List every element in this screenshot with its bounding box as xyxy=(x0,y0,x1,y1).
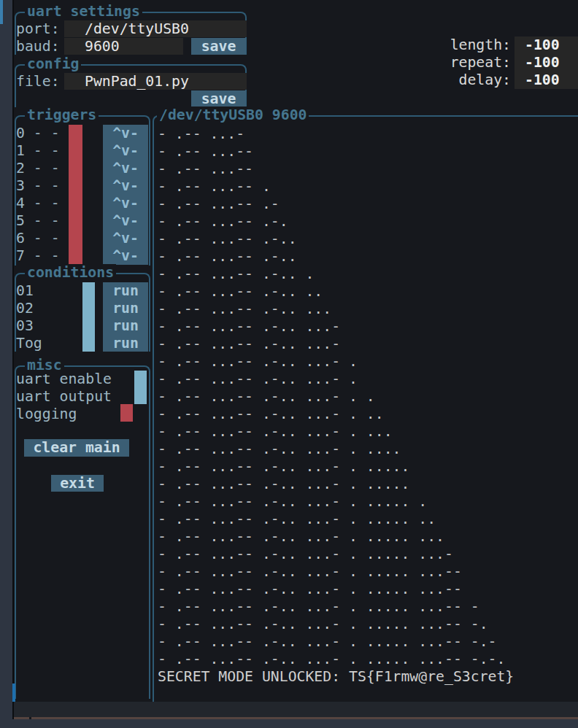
terminal-output-line: - .-- ...-- .-.. ...- . .. xyxy=(158,406,505,423)
terminal-output-line: - .-- ...-- .-.. xyxy=(158,231,505,248)
config-save-button[interactable]: save xyxy=(191,90,246,107)
terminal-output-line: - .-- ...-- .-.. ...- xyxy=(158,318,505,336)
trigger-row-label: 5 - - xyxy=(16,212,60,230)
file-field[interactable]: PwnPad_01.py xyxy=(64,73,247,90)
trigger-updown-button[interactable]: ^v- xyxy=(103,177,148,195)
terminal-output-line: - .-- ...-- xyxy=(158,160,505,178)
uart-enable-output-toggle[interactable] xyxy=(134,371,147,404)
file-label: file: xyxy=(16,73,60,90)
condition-run-button[interactable]: run xyxy=(103,335,148,352)
terminal-output-line: - .-- ...-- .-.. ...- . . xyxy=(158,388,505,406)
trigger-updown-button[interactable]: ^v- xyxy=(103,142,148,160)
delay-field[interactable]: -100 xyxy=(515,71,578,89)
app-window: uart settings port: /dev/ttyUSB0 baud: 9… xyxy=(0,0,578,728)
terminal-output-line: - .-- ...-- .-.. ...- . ..... ...-- xyxy=(158,581,505,598)
trigger-row-labels: 0 - -1 - -2 - -3 - -4 - -5 - -6 - -7 - - xyxy=(16,125,60,265)
gutter-divider xyxy=(12,0,14,728)
length-field[interactable]: -100 xyxy=(515,36,578,54)
terminal-output-line: - .-- ...-- xyxy=(158,143,505,160)
condition-row-label: 02 xyxy=(16,300,42,317)
left-gutter xyxy=(0,0,12,728)
secret-message: SECRET MODE UNLOCKED: TS{F1rmw@re_S3cret… xyxy=(158,668,514,686)
terminal-output-line: - .-- ...-- .-.. ...- . ..... xyxy=(158,458,505,476)
bottom-strip xyxy=(14,702,578,717)
bottom-bar xyxy=(0,719,578,728)
terminal-output-line: - .-- ...-- .-.. ...- . ..... . xyxy=(158,493,505,511)
terminal-output-line: - .-- ...-- .-.. .. xyxy=(158,283,505,301)
top-scroll-indicator[interactable] xyxy=(0,0,3,24)
terminal-output-line: - .-- ...-- .-.. xyxy=(158,248,505,266)
terminal-output-line: - .-- ...-- .-.. ...- . ..... ...-- -.-. xyxy=(158,651,505,668)
length-label: length: xyxy=(409,36,511,54)
trigger-updown-button[interactable]: ^v- xyxy=(103,160,148,177)
trigger-updown-button[interactable]: ^v- xyxy=(103,212,148,230)
repeat-field[interactable]: -100 xyxy=(515,54,578,71)
condition-run-button[interactable]: run xyxy=(103,282,148,300)
misc-title: misc xyxy=(25,357,64,374)
terminal-output-line: - .-- ...-- .-.. ...- . ..... xyxy=(158,476,505,493)
terminal-output-line: - .-- ...-- .-.. ...- . xyxy=(158,371,505,388)
exit-button[interactable]: exit xyxy=(51,475,104,492)
condition-row-label: Tog xyxy=(16,335,42,352)
terminal-output-line: - .-- ...-- .-.. ...- . ..... ...-- xyxy=(158,563,505,581)
terminal-output-line: - .-- ...-- . xyxy=(158,178,505,195)
misc-item-label: logging xyxy=(16,406,112,423)
terminal-output-line: - .-- ...-- .-.. ...- . ..... ... xyxy=(158,528,505,546)
uart-settings-title: uart settings xyxy=(25,3,142,20)
trigger-state-column[interactable] xyxy=(69,125,82,265)
terminal-output-line: - .-- ...-- .-. xyxy=(158,213,505,231)
config-title: config xyxy=(25,55,81,73)
terminal-output-line: - .-- ...-- .-.. ...- . ..... ...-- - xyxy=(158,598,505,616)
condition-state-column[interactable] xyxy=(82,282,95,352)
conditions-title: conditions xyxy=(25,264,116,282)
terminal-output-line: - .-- ...-- .-.. ...- xyxy=(158,336,505,353)
trigger-row-label: 1 - - xyxy=(16,142,60,160)
logging-toggle[interactable] xyxy=(120,404,133,422)
repeat-label: repeat: xyxy=(409,54,511,71)
terminal-output-line: - .-- ...-- .-.. ...- . .... xyxy=(158,441,505,458)
trigger-row-label: 4 - - xyxy=(16,195,60,212)
port-field[interactable]: /dev/ttyUSB0 xyxy=(64,20,247,37)
trigger-row-label: 6 - - xyxy=(16,230,60,247)
trigger-row-label: 7 - - xyxy=(16,247,60,265)
baud-label: baud: xyxy=(16,38,60,55)
terminal-output-line: - .-- ...-- .- xyxy=(158,195,505,213)
terminal-output-line: - .-- ...-- .-.. ...- . ..... ...-- -. xyxy=(158,616,505,633)
terminal-output-line: - .-- ...-- .-.. ...- . ..... .. xyxy=(158,511,505,528)
trigger-row-label: 3 - - xyxy=(16,177,60,195)
condition-row-label: 03 xyxy=(16,317,42,335)
condition-run-button[interactable]: run xyxy=(103,300,148,317)
terminal-output-line: - .-- ...-- .-.. ...- . ..... ...- xyxy=(158,546,505,563)
uart-save-button[interactable]: save xyxy=(191,38,246,55)
terminal-output-line: - .-- ...-- .-.. ...- . ... xyxy=(158,423,505,441)
misc-item-labels: uart enableuart outputlogging xyxy=(16,371,112,423)
delay-label: delay: xyxy=(409,71,511,89)
port-label: port: xyxy=(16,20,60,38)
terminal-title: /dev/ttyUSB0 9600 xyxy=(157,107,309,124)
trigger-updown-button[interactable]: ^v- xyxy=(103,195,148,212)
terminal-output-line: - .-- ...-- .-.. ...- . xyxy=(158,353,505,371)
trigger-row-label: 0 - - xyxy=(16,125,60,142)
terminal-output-line: - .-- ...-- .-.. . xyxy=(158,266,505,283)
terminal-output-line: - .-- ...-- .-.. ...- . ..... ...-- -.- xyxy=(158,633,505,651)
condition-row-labels: 010203Tog xyxy=(16,282,42,352)
bottom-scroll-indicator[interactable] xyxy=(12,684,15,702)
trigger-row-label: 2 - - xyxy=(16,160,60,177)
terminal-output-line: - .-- ...- xyxy=(158,125,505,143)
condition-run-button[interactable]: run xyxy=(103,317,148,335)
misc-item-label: uart output xyxy=(16,388,112,406)
trigger-updown-button[interactable]: ^v- xyxy=(103,125,148,142)
condition-run-column: runrunrunrun xyxy=(103,282,148,352)
condition-row-label: 01 xyxy=(16,282,42,300)
triggers-title: triggers xyxy=(25,107,99,124)
baud-field[interactable]: 9600 xyxy=(64,38,183,55)
trigger-updown-button[interactable]: ^v- xyxy=(103,230,148,247)
trigger-updown-button[interactable]: ^v- xyxy=(103,247,148,265)
clear-main-button[interactable]: clear main xyxy=(24,439,129,457)
terminal-output: - .-- ...-- .-- ...--- .-- ...-- - .-- .… xyxy=(158,125,505,668)
terminal-output-line: - .-- ...-- .-.. ... xyxy=(158,301,505,318)
trigger-updown-column: ^v-^v-^v-^v-^v-^v-^v-^v- xyxy=(103,125,148,265)
